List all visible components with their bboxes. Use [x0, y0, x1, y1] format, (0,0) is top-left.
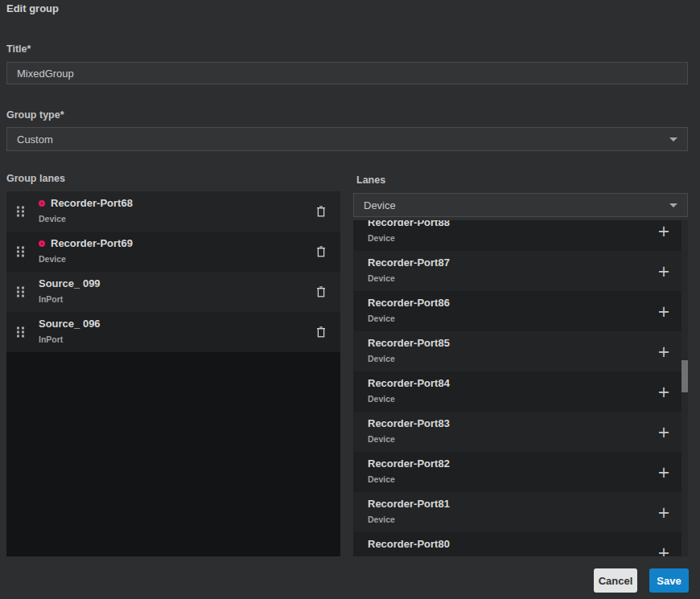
lane-type: Device [368, 354, 395, 363]
lane-type: Device [368, 394, 395, 404]
add-lane-button[interactable]: + [657, 304, 670, 319]
lane-type: InPort [39, 294, 63, 304]
add-lane-button[interactable]: + [657, 465, 670, 480]
lane-name: Recorder-Port84 [368, 377, 450, 389]
edit-group-dialog: Edit group Title* Group type* Custom Gro… [0, 0, 700, 599]
plus-icon: + [657, 343, 670, 360]
lane-row: Recorder-Port87 Device + [353, 251, 688, 291]
trash-icon [316, 286, 326, 297]
lane-name: Source_ 096 [39, 318, 101, 330]
lanes-list: Recorder-Port88 Device + Recorder-Port87… [353, 220, 688, 556]
plus-icon: + [657, 423, 670, 441]
remove-lane-button[interactable] [315, 325, 327, 339]
trash-icon [316, 206, 326, 217]
lane-type: Device [368, 474, 395, 484]
group-lane-row[interactable]: Source_ 096 InPort [6, 312, 340, 352]
lane-type: Device [368, 273, 395, 283]
add-lane-button[interactable]: + [657, 224, 670, 239]
group-type-select[interactable]: Custom [6, 127, 688, 151]
lane-type: Device [39, 254, 66, 264]
group-lane-row[interactable]: Source_ 099 InPort [6, 272, 340, 312]
title-input[interactable] [6, 62, 688, 84]
remove-lane-button[interactable] [315, 244, 327, 259]
lane-name: Recorder-Port88 [368, 220, 450, 228]
lane-name: Recorder-Port68 [51, 197, 133, 209]
plus-icon: + [657, 544, 670, 557]
chevron-down-icon [669, 203, 677, 207]
plus-icon: + [657, 262, 670, 280]
lane-row: Recorder-Port80 Device + [353, 532, 688, 556]
lane-name: Recorder-Port86 [368, 297, 450, 309]
lane-name: Recorder-Port69 [51, 237, 133, 249]
drag-handle-icon[interactable] [17, 327, 24, 338]
lane-name: Recorder-Port80 [368, 538, 450, 550]
lane-type: Device [368, 233, 395, 243]
lanes-filter-selected-value: Device [364, 199, 396, 211]
drag-handle-icon[interactable] [17, 247, 24, 257]
title-field-label: Title* [6, 43, 31, 55]
save-button[interactable]: Save [649, 568, 689, 593]
device-ring-icon [39, 240, 45, 247]
lanes-scrollbar[interactable] [681, 220, 688, 556]
lane-type: Device [368, 555, 395, 556]
plus-icon: + [657, 222, 670, 240]
lane-name: Recorder-Port83 [368, 417, 450, 429]
add-lane-button[interactable]: + [657, 545, 670, 557]
lane-row: Recorder-Port83 Device + [353, 412, 688, 452]
lane-type: Device [368, 515, 395, 524]
cancel-button[interactable]: Cancel [594, 568, 637, 593]
add-lane-button[interactable]: + [657, 384, 670, 400]
plus-icon: + [657, 503, 670, 521]
lane-type: Device [368, 434, 395, 444]
lane-name: Source_ 099 [39, 277, 101, 289]
plus-icon: + [657, 383, 670, 400]
trash-icon [316, 246, 326, 257]
lanes-filter-select[interactable]: Device [353, 193, 688, 217]
lane-type: Device [368, 314, 395, 323]
drag-handle-icon[interactable] [17, 287, 24, 297]
lane-row: Recorder-Port88 Device + [353, 220, 688, 251]
group-type-selected-value: Custom [17, 133, 53, 146]
group-type-field-label: Group type* [6, 109, 64, 121]
lane-name: Recorder-Port82 [368, 457, 450, 470]
device-ring-icon [39, 200, 45, 207]
add-lane-button[interactable]: + [657, 344, 670, 359]
plus-icon: + [657, 463, 670, 481]
chevron-down-icon [669, 137, 677, 142]
lanes-label: Lanes [356, 174, 385, 186]
trash-icon [316, 326, 326, 338]
remove-lane-button[interactable] [315, 285, 327, 299]
add-lane-button[interactable]: + [657, 505, 670, 520]
group-lanes-list: Recorder-Port68 Device Recorder-Port69 D… [6, 191, 340, 556]
lane-name: Recorder-Port87 [368, 256, 450, 269]
lane-row: Recorder-Port86 Device + [353, 291, 688, 331]
lanes-scrollbar-thumb[interactable] [681, 360, 688, 392]
lane-row: Recorder-Port82 Device + [353, 452, 688, 492]
add-lane-button[interactable]: + [657, 264, 670, 279]
drag-handle-icon[interactable] [17, 207, 24, 217]
lane-row: Recorder-Port84 Device + [353, 371, 688, 412]
lane-type: InPort [39, 334, 63, 344]
add-lane-button[interactable]: + [657, 425, 670, 440]
plus-icon: + [657, 302, 670, 320]
page-title: Edit group [6, 2, 59, 14]
group-lane-row[interactable]: Recorder-Port68 Device [6, 191, 340, 232]
lane-row: Recorder-Port81 Device + [353, 492, 688, 532]
lane-name: Recorder-Port81 [368, 498, 450, 510]
remove-lane-button[interactable] [315, 204, 327, 219]
lane-type: Device [39, 214, 66, 224]
lane-name: Recorder-Port85 [368, 337, 450, 349]
group-lanes-label: Group lanes [6, 173, 65, 184]
lane-row: Recorder-Port85 Device + [353, 331, 688, 371]
group-lane-row[interactable]: Recorder-Port69 Device [6, 232, 340, 272]
